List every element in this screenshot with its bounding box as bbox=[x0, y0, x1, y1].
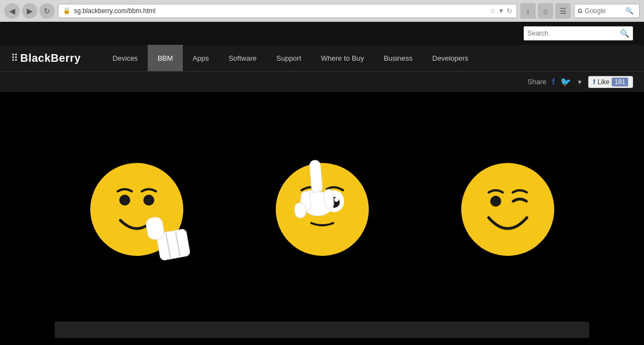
emoji-shush-svg bbox=[268, 152, 377, 261]
forward-button[interactable]: ▶ bbox=[22, 3, 37, 19]
svg-point-20 bbox=[461, 163, 554, 256]
logo-area: ⠿ BlackBerry bbox=[0, 45, 92, 71]
like-box[interactable]: f Like 181 bbox=[588, 76, 633, 88]
nav-item-where-to-buy[interactable]: Where to Buy bbox=[311, 45, 374, 71]
menu-button[interactable]: ☰ bbox=[555, 3, 571, 19]
search-icon[interactable]: 🔍 bbox=[620, 29, 629, 38]
facebook-share-icon[interactable]: f bbox=[552, 77, 555, 87]
google-search-input[interactable] bbox=[585, 7, 623, 15]
nav-item-bbm[interactable]: BBM bbox=[148, 45, 183, 71]
down-arrow-icon[interactable]: ▼ bbox=[498, 7, 504, 15]
svg-point-21 bbox=[490, 196, 501, 207]
emoji-wink bbox=[453, 152, 562, 261]
nav-buttons: ◀ ▶ ↻ bbox=[4, 3, 55, 19]
star-icon[interactable]: ☆ bbox=[490, 7, 496, 15]
page: 🔍 ⠿ BlackBerry Devices BBM Apps Software… bbox=[0, 22, 644, 338]
brand-logo[interactable]: BlackBerry bbox=[20, 52, 81, 65]
svg-point-2 bbox=[143, 195, 154, 206]
nav-item-business[interactable]: Business bbox=[374, 45, 422, 71]
share-label: Share bbox=[527, 78, 547, 86]
share-dropdown-icon[interactable]: ▼ bbox=[577, 79, 583, 85]
google-search-box[interactable]: G 🔍 bbox=[574, 4, 640, 18]
blackberry-dots-icon: ⠿ bbox=[11, 52, 18, 64]
url-text: sg.blackberry.com/bbm.html bbox=[74, 7, 486, 15]
share-bar: Share f 🐦 ▼ f Like 181 bbox=[0, 71, 644, 92]
top-bar: 🔍 bbox=[0, 22, 644, 45]
address-bar[interactable]: 🔒 sg.blackberry.com/bbm.html ☆ ▼ ↻ bbox=[58, 4, 517, 18]
back-button[interactable]: ◀ bbox=[4, 3, 20, 19]
svg-point-14 bbox=[334, 197, 339, 202]
nav-item-devices[interactable]: Devices bbox=[103, 45, 148, 71]
svg-point-1 bbox=[119, 195, 130, 206]
emoji-thumbs-up bbox=[82, 152, 192, 261]
refresh-button[interactable]: ↻ bbox=[39, 3, 55, 19]
svg-rect-18 bbox=[323, 189, 334, 208]
nav-item-apps[interactable]: Apps bbox=[183, 45, 219, 71]
search-box[interactable]: 🔍 bbox=[524, 26, 633, 40]
emoji-wink-svg bbox=[453, 152, 562, 261]
facebook-like-icon: f bbox=[593, 78, 595, 86]
browser-actions: ↓ ⌂ ☰ bbox=[520, 3, 571, 19]
nav-item-developers[interactable]: Developers bbox=[422, 45, 478, 71]
reload-icon[interactable]: ↻ bbox=[507, 7, 512, 15]
like-count: 181 bbox=[612, 78, 628, 86]
download-button[interactable]: ↓ bbox=[520, 3, 536, 19]
svg-rect-19 bbox=[294, 202, 306, 219]
home-button[interactable]: ⌂ bbox=[538, 3, 553, 19]
browser-chrome: ◀ ▶ ↻ 🔒 sg.blackberry.com/bbm.html ☆ ▼ ↻… bbox=[0, 0, 644, 22]
search-input[interactable] bbox=[527, 30, 620, 37]
google-search-icon[interactable]: 🔍 bbox=[625, 7, 634, 15]
nav-item-support[interactable]: Support bbox=[266, 45, 311, 71]
like-label: Like bbox=[597, 78, 610, 86]
google-logo: G bbox=[578, 8, 583, 14]
nav-item-software[interactable]: Software bbox=[219, 45, 266, 71]
address-icons: ☆ ▼ ↻ bbox=[490, 7, 512, 15]
bottom-strip bbox=[55, 321, 589, 338]
lock-icon: 🔒 bbox=[63, 7, 71, 14]
twitter-share-icon[interactable]: 🐦 bbox=[560, 77, 571, 87]
navbar: ⠿ BlackBerry Devices BBM Apps Software S… bbox=[0, 45, 644, 71]
nav-items: Devices BBM Apps Software Support Where … bbox=[103, 45, 644, 71]
emoji-shush bbox=[268, 152, 377, 261]
main-content bbox=[0, 92, 644, 321]
emoji-thumbs-up-svg bbox=[82, 152, 192, 261]
